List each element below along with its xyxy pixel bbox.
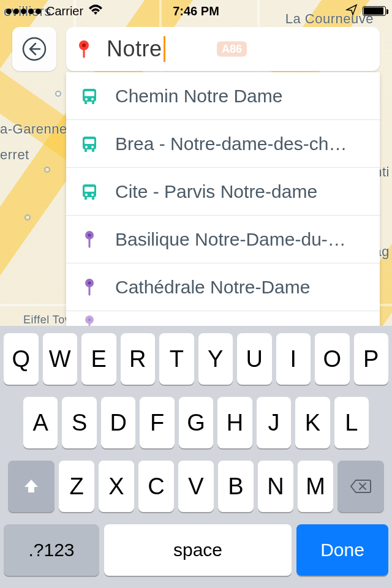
svg-rect-16 bbox=[85, 187, 94, 192]
clock: 7:46 PM bbox=[173, 4, 219, 18]
svg-rect-10 bbox=[85, 139, 94, 144]
key-shift[interactable] bbox=[8, 461, 55, 512]
back-arrow-icon bbox=[21, 36, 48, 62]
suggestion-label: Chemin Notre Dame bbox=[115, 86, 366, 107]
battery-icon bbox=[363, 6, 386, 16]
suggestion-label: Basilique Notre-Dame-du-… bbox=[115, 229, 366, 250]
key-f[interactable]: F bbox=[140, 397, 174, 448]
key-n[interactable]: N bbox=[258, 461, 293, 512]
svg-rect-13 bbox=[85, 149, 87, 152]
key-v[interactable]: V bbox=[178, 461, 214, 512]
keyboard: Q W E R T Y U I O P A S D F G H J K L Z bbox=[0, 326, 392, 588]
key-q[interactable]: Q bbox=[4, 333, 39, 385]
svg-point-11 bbox=[85, 146, 88, 148]
map-label: erret bbox=[0, 147, 29, 163]
route-badge: A86 bbox=[217, 42, 247, 57]
key-z[interactable]: Z bbox=[59, 461, 94, 512]
suggestion-label: Cathédrale Notre-Dame bbox=[115, 277, 366, 298]
svg-rect-4 bbox=[85, 91, 94, 96]
key-number-toggle[interactable]: .?123 bbox=[4, 524, 99, 576]
key-o[interactable]: O bbox=[315, 333, 350, 385]
key-i[interactable]: I bbox=[276, 333, 311, 385]
key-s[interactable]: S bbox=[62, 397, 96, 448]
suggestion-label: Brea - Notre-dame-des-ch… bbox=[115, 134, 366, 154]
suggestion-label: Cite - Parvis Notre-dame bbox=[115, 181, 366, 202]
suggestion-row[interactable]: Chemin Notre Dame bbox=[66, 72, 380, 120]
key-space[interactable]: space bbox=[104, 524, 292, 576]
key-p[interactable]: P bbox=[354, 333, 389, 385]
search-query-text: Notre bbox=[107, 36, 162, 62]
shift-icon bbox=[22, 477, 40, 496]
key-done[interactable]: Done bbox=[296, 524, 388, 576]
key-backspace[interactable] bbox=[337, 461, 384, 512]
key-a[interactable]: A bbox=[23, 397, 58, 448]
key-c[interactable]: C bbox=[138, 461, 174, 512]
svg-rect-7 bbox=[85, 102, 87, 104]
key-u[interactable]: U bbox=[237, 333, 272, 385]
wifi-icon bbox=[88, 3, 103, 19]
text-cursor bbox=[164, 36, 165, 62]
key-y[interactable]: Y bbox=[198, 333, 233, 385]
key-j[interactable]: J bbox=[257, 397, 291, 448]
bus-icon bbox=[80, 183, 99, 201]
suggestion-row[interactable]: Cite - Parvis Notre-dame bbox=[66, 168, 380, 216]
key-t[interactable]: T bbox=[159, 333, 194, 385]
svg-rect-19 bbox=[85, 197, 87, 200]
suggestion-row[interactable]: Brea - Notre-dame-des-ch… bbox=[66, 120, 380, 168]
svg-rect-14 bbox=[92, 149, 94, 152]
backspace-icon bbox=[350, 478, 372, 494]
suggestion-row[interactable]: Basilique Notre-Dame-du-… bbox=[66, 216, 380, 263]
key-r[interactable]: R bbox=[121, 333, 156, 385]
svg-point-12 bbox=[91, 146, 94, 148]
svg-point-5 bbox=[85, 98, 88, 100]
key-w[interactable]: W bbox=[43, 333, 78, 385]
svg-point-6 bbox=[91, 98, 94, 100]
suggestion-row[interactable]: Cathédrale Notre-Dame bbox=[66, 263, 380, 311]
key-e[interactable]: E bbox=[81, 333, 116, 385]
location-icon bbox=[345, 4, 358, 19]
key-x[interactable]: X bbox=[99, 461, 134, 512]
pin-icon bbox=[80, 278, 99, 296]
status-bar: Carrier 7:46 PM bbox=[0, 0, 392, 22]
key-h[interactable]: H bbox=[217, 397, 252, 448]
map-label: a-Garenne bbox=[0, 121, 67, 137]
search-input[interactable]: Notre A86 bbox=[66, 27, 380, 71]
key-d[interactable]: D bbox=[101, 397, 135, 448]
svg-point-17 bbox=[85, 194, 88, 196]
bus-icon bbox=[80, 135, 99, 153]
svg-point-26 bbox=[88, 318, 91, 322]
location-pin-icon bbox=[77, 40, 91, 58]
key-m[interactable]: M bbox=[298, 461, 333, 512]
pin-icon bbox=[80, 230, 99, 249]
svg-rect-20 bbox=[92, 197, 94, 200]
key-k[interactable]: K bbox=[295, 397, 330, 448]
svg-rect-8 bbox=[92, 102, 94, 104]
search-suggestions: Chemin Notre Dame Brea - Notre-dame-des-… bbox=[66, 72, 380, 339]
key-b[interactable]: B bbox=[218, 461, 254, 512]
svg-point-24 bbox=[88, 281, 91, 284]
svg-point-18 bbox=[91, 194, 94, 196]
cell-signal-icon bbox=[6, 9, 41, 14]
svg-point-2 bbox=[82, 43, 86, 47]
carrier-label: Carrier bbox=[46, 4, 83, 18]
key-g[interactable]: G bbox=[179, 397, 213, 448]
svg-point-22 bbox=[88, 233, 91, 236]
back-button[interactable] bbox=[12, 27, 56, 71]
key-l[interactable]: L bbox=[334, 397, 369, 448]
bus-icon bbox=[80, 87, 99, 105]
